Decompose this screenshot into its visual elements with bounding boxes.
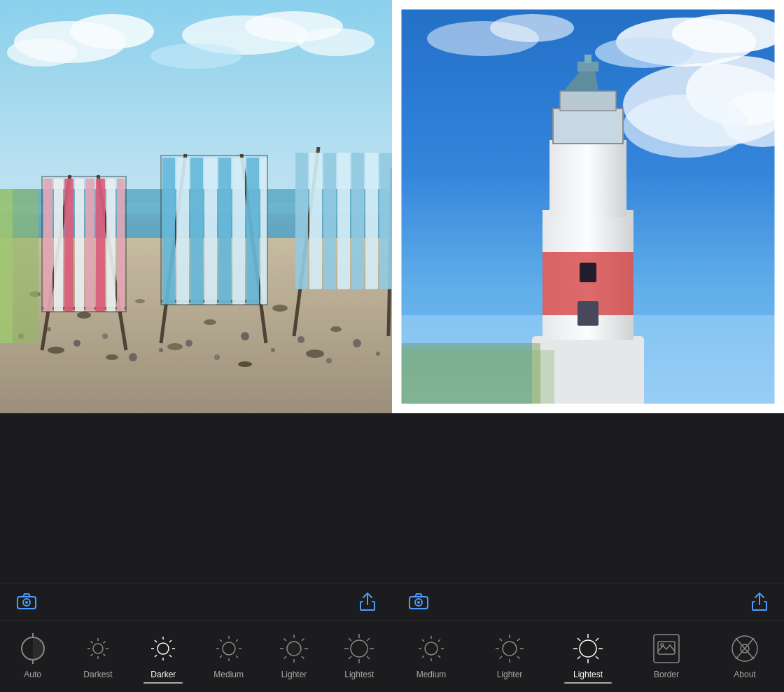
svg-point-98 xyxy=(223,642,235,655)
svg-line-94 xyxy=(155,640,157,642)
right-lightest-icon xyxy=(571,632,605,665)
right-filter-lighter[interactable]: Lighter xyxy=(470,632,549,686)
left-toolbar xyxy=(0,583,392,621)
svg-point-186 xyxy=(661,644,664,646)
svg-line-112 xyxy=(284,639,286,642)
left-panel: Auto xyxy=(0,0,392,692)
svg-line-85 xyxy=(90,642,92,644)
svg-line-182 xyxy=(596,638,598,641)
svg-point-166 xyxy=(503,642,517,656)
svg-rect-73 xyxy=(0,0,392,413)
svg-line-96 xyxy=(169,640,172,642)
filter-darker[interactable]: Darker xyxy=(131,632,196,686)
svg-line-114 xyxy=(302,639,304,642)
filter-darkest[interactable]: Darkest xyxy=(65,632,130,686)
left-camera-button[interactable] xyxy=(17,593,36,610)
svg-point-175 xyxy=(580,640,596,657)
left-share-button[interactable] xyxy=(360,592,375,611)
svg-line-180 xyxy=(578,638,580,641)
filter-lighter[interactable]: Lighter xyxy=(261,632,326,686)
svg-line-104 xyxy=(236,656,238,658)
svg-line-173 xyxy=(517,639,520,642)
lightest-icon xyxy=(342,632,376,665)
right-lighter-icon xyxy=(493,632,526,665)
right-filter-border-label: Border xyxy=(654,670,679,682)
svg-line-163 xyxy=(438,656,440,658)
svg-line-162 xyxy=(422,639,424,642)
right-filter-medium-label: Medium xyxy=(416,670,447,682)
svg-line-115 xyxy=(284,656,286,659)
svg-line-171 xyxy=(500,639,503,642)
right-controls: Medium xyxy=(392,413,784,692)
right-image-area xyxy=(392,0,784,413)
svg-line-87 xyxy=(104,642,106,644)
medium-icon xyxy=(212,632,246,665)
svg-line-95 xyxy=(169,655,172,657)
svg-point-76 xyxy=(25,601,28,604)
filter-lightest[interactable]: Lightest xyxy=(327,632,392,686)
svg-point-116 xyxy=(351,640,368,657)
about-icon xyxy=(729,632,760,665)
right-panel: Medium xyxy=(392,0,784,692)
darkest-icon xyxy=(81,632,115,665)
right-share-button[interactable] xyxy=(752,592,767,611)
border-icon xyxy=(651,632,682,665)
auto-icon xyxy=(16,632,50,665)
filter-darkest-label: Darkest xyxy=(83,670,112,682)
filter-lightest-label: Lightest xyxy=(344,670,374,682)
filter-medium[interactable]: Medium xyxy=(196,632,261,686)
right-filter-about[interactable]: About xyxy=(706,632,784,686)
filter-auto-label: Auto xyxy=(24,670,41,682)
svg-line-121 xyxy=(349,638,351,641)
left-image-area xyxy=(0,0,392,413)
svg-line-97 xyxy=(155,655,157,657)
svg-line-105 xyxy=(236,639,238,642)
svg-point-155 xyxy=(417,601,420,604)
svg-point-80 xyxy=(93,644,103,653)
svg-line-86 xyxy=(104,654,106,656)
svg-line-113 xyxy=(302,656,304,659)
svg-line-174 xyxy=(500,656,503,659)
svg-line-123 xyxy=(367,638,370,641)
right-filter-border[interactable]: Border xyxy=(627,632,706,686)
svg-point-157 xyxy=(425,642,438,655)
right-filter-lightest-label: Lightest xyxy=(573,670,603,682)
filter-darker-label: Darker xyxy=(150,670,176,682)
darker-icon xyxy=(146,632,180,665)
right-filter-about-label: About xyxy=(734,670,755,682)
svg-line-183 xyxy=(578,656,580,659)
svg-point-107 xyxy=(287,642,301,656)
right-filter-row: Medium xyxy=(392,621,784,692)
right-toolbar xyxy=(392,583,784,621)
lighter-icon xyxy=(277,632,311,665)
filter-medium-label: Medium xyxy=(214,670,244,682)
svg-rect-151 xyxy=(400,8,776,405)
left-filter-row: Auto xyxy=(0,621,392,692)
svg-line-164 xyxy=(438,639,440,642)
svg-line-122 xyxy=(367,656,370,659)
svg-line-88 xyxy=(90,654,92,656)
svg-line-165 xyxy=(422,656,424,658)
svg-point-89 xyxy=(158,643,169,654)
filter-lighter-label: Lighter xyxy=(281,670,307,682)
right-filter-lighter-label: Lighter xyxy=(497,670,523,682)
svg-line-181 xyxy=(596,656,598,659)
svg-line-106 xyxy=(220,656,222,658)
svg-line-124 xyxy=(349,656,351,659)
svg-line-103 xyxy=(220,639,222,642)
svg-line-172 xyxy=(517,656,520,659)
right-camera-button[interactable] xyxy=(409,593,428,610)
filter-auto[interactable]: Auto xyxy=(0,632,65,686)
right-filter-lightest[interactable]: Lightest xyxy=(549,632,627,686)
right-filter-medium[interactable]: Medium xyxy=(392,632,470,686)
right-medium-icon xyxy=(414,632,448,665)
left-controls: Auto xyxy=(0,413,392,692)
